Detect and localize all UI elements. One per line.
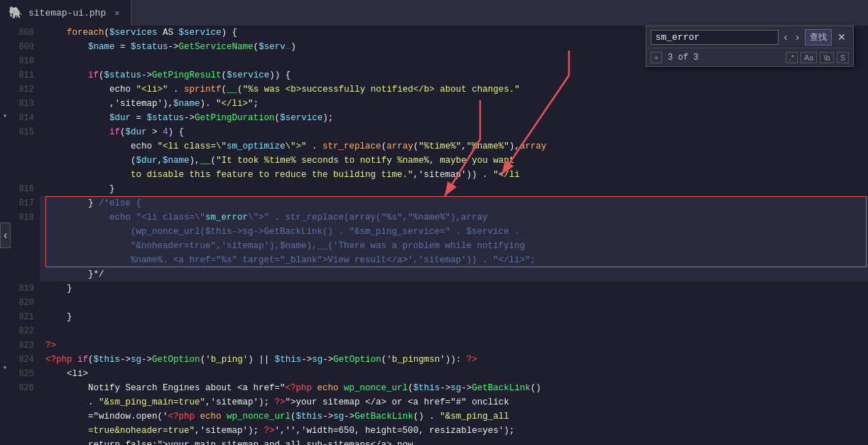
tab-bar: 🐘 sitemap-ui.php ✕ <box>0 0 868 26</box>
code-line-818e: }*/ <box>40 267 868 282</box>
ln-817: 817 <box>10 196 34 210</box>
ln-813: 813 <box>10 97 34 111</box>
editor-container: 🐘 sitemap-ui.php ✕ ‹ ▾ <box>0 0 868 445</box>
find-button[interactable]: 查找 <box>805 29 832 45</box>
fold-815d <box>0 166 10 180</box>
ln-824: 824 <box>10 353 34 367</box>
ln-814: 814 <box>10 111 34 125</box>
tab-filename: sitemap-ui.php <box>28 8 106 18</box>
code-line-818c: "&noheader=true",'sitemap'),$name),__('T… <box>40 239 868 253</box>
selection-button[interactable]: S <box>837 52 849 63</box>
ln-809: 809 <box>10 40 34 54</box>
ln-820: 820 <box>10 296 34 310</box>
code-line-826b: . "&sm_ping_main=true",'sitemap'); ?>">y… <box>40 395 868 409</box>
ln-815b <box>10 139 34 154</box>
code-line-823: ?> <box>40 338 868 353</box>
code-line-825: <li> <box>40 367 868 381</box>
fold-814[interactable]: ▾ <box>0 109 10 124</box>
ln-826c <box>10 409 34 424</box>
search-widget: ‹ › 查找 ✕ + 3 of 3 .* Aa \b S <box>646 26 854 67</box>
fold-815 <box>0 124 10 138</box>
code-line-818: echo "<li class=\"sm_error\">" . str_rep… <box>40 210 868 225</box>
code-line-815d: to disable this feature to reduce the bu… <box>40 168 868 182</box>
code-line-814: $dur = $status->GetPingDuration($service… <box>40 111 868 125</box>
code-line-826e: return false;">your main sitemap and all… <box>40 438 868 445</box>
fold-826b <box>0 389 10 403</box>
code-line-826d: =true&noheader=true",'sitemap'); ?>','',… <box>40 424 868 438</box>
ln-818c <box>10 239 34 253</box>
code-line-819: } <box>40 282 868 296</box>
scroll-left-button[interactable]: ‹ <box>0 222 11 248</box>
search-prev-button[interactable]: ‹ <box>781 31 791 43</box>
fold-818d <box>0 250 10 264</box>
fold-826e <box>0 431 10 445</box>
code-line-826c: ="window.open('<?php echo wp_nonce_url($… <box>40 409 868 424</box>
ln-822: 822 <box>10 324 34 338</box>
fold-822 <box>0 319 10 333</box>
ln-808: 808 <box>10 26 34 40</box>
search-row-1: ‹ › 查找 ✕ <box>646 26 853 48</box>
ln-815d <box>10 168 34 182</box>
search-next-button[interactable]: › <box>793 31 802 43</box>
fold-815c <box>0 151 10 166</box>
code-line-822 <box>40 324 868 338</box>
search-row-2: + 3 of 3 .* Aa \b S <box>646 48 853 66</box>
code-line-826: Notify Search Engines about <a href="<?p… <box>40 381 868 395</box>
code-line-812: echo "<li>" . sprintf(__("%s was <b>succ… <box>40 82 868 97</box>
code-line-815b: echo "<li class=\"sm_optimize\">" . str_… <box>40 139 868 154</box>
ln-826: 826 <box>10 381 34 395</box>
fold-808 <box>0 26 10 40</box>
editor-body: ‹ ▾ <box>0 26 868 445</box>
fold-816 <box>0 179 10 193</box>
fold-824 <box>0 347 10 361</box>
case-button[interactable]: Aa <box>801 52 817 63</box>
regex-button[interactable]: .* <box>786 52 798 63</box>
code-lines: foreach($services AS $service) { $name =… <box>40 26 868 445</box>
ln-818: 818 <box>10 210 34 225</box>
fold-812 <box>0 82 10 96</box>
ln-826b <box>10 395 34 409</box>
code-editor[interactable]: foreach($services AS $service) { $name =… <box>40 26 868 445</box>
ln-826d <box>10 424 34 438</box>
search-close-button[interactable]: ✕ <box>835 31 849 43</box>
fold-815b <box>0 137 10 151</box>
tab-close-button[interactable]: ✕ <box>112 6 122 20</box>
code-line-821: } <box>40 310 868 324</box>
code-line-818d: %name%. <a href="%s" target="_blank">Vie… <box>40 253 868 267</box>
code-line-816: } <box>40 182 868 196</box>
search-input[interactable] <box>651 30 779 45</box>
fold-821 <box>0 305 10 319</box>
ln-816: 816 <box>10 182 34 196</box>
ln-818d <box>10 253 34 267</box>
ln-823: 823 <box>10 338 34 353</box>
fold-826 <box>0 375 10 390</box>
ln-810: 810 <box>10 54 34 68</box>
code-line-824: <?php if($this->sg->GetOption('b_ping') … <box>40 353 868 367</box>
code-line-811: if($status->GetPingResult($service)) { <box>40 68 868 82</box>
fold-826d <box>0 417 10 431</box>
code-line-815c: ($dur,$name),__("It took %time% seconds … <box>40 154 868 168</box>
code-line-818b: (wp_nonce_url($this->sg->GetBackLink() .… <box>40 225 868 239</box>
ln-812: 812 <box>10 82 34 97</box>
ln-819: 819 <box>10 282 34 296</box>
search-count: 3 of 3 <box>668 53 698 63</box>
editor-tab[interactable]: 🐘 sitemap-ui.php ✕ <box>0 0 131 26</box>
code-line-813: ,'sitemap'),$name). "</li>"; <box>40 97 868 111</box>
ln-815: 815 <box>10 125 34 139</box>
ln-826e <box>10 438 34 445</box>
fold-826c <box>0 403 10 417</box>
php-icon: 🐘 <box>9 6 23 20</box>
fold-820 <box>0 291 10 306</box>
fold-810 <box>0 53 10 68</box>
code-line-817: } /*else { <box>40 196 868 210</box>
ln-818e <box>10 267 34 282</box>
search-expand-button[interactable]: + <box>651 52 662 63</box>
fold-813 <box>0 95 10 109</box>
fold-818 <box>0 208 10 222</box>
word-button[interactable]: \b <box>820 52 833 63</box>
fold-825[interactable]: ▾ <box>0 361 10 375</box>
ln-821: 821 <box>10 310 34 324</box>
ln-818b <box>10 225 34 239</box>
ln-811: 811 <box>10 68 34 82</box>
fold-811 <box>0 68 10 82</box>
